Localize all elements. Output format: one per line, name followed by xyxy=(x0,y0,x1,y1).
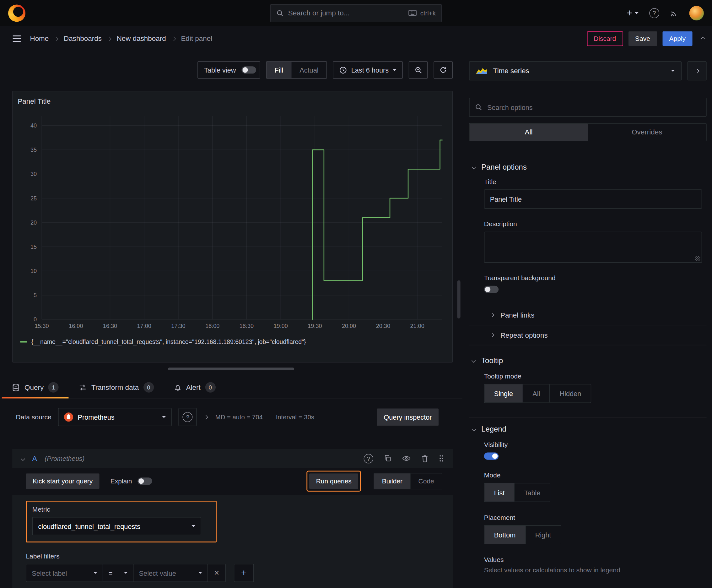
legend-placement-right[interactable]: Right xyxy=(525,525,561,544)
refresh-button[interactable] xyxy=(434,61,453,79)
svg-text:20: 20 xyxy=(30,219,37,226)
zoom-out-button[interactable] xyxy=(409,61,428,79)
breadcrumb-home[interactable]: Home xyxy=(30,35,49,43)
operator-dropdown[interactable]: = xyxy=(103,564,133,582)
table-view-control: Table view xyxy=(197,61,260,79)
chevron-right-icon[interactable] xyxy=(204,415,208,419)
tooltip-mode-segment: Single All Hidden xyxy=(484,384,591,403)
panel-links-section[interactable]: Panel links xyxy=(469,305,706,326)
tab-overrides[interactable]: Overrides xyxy=(588,123,706,141)
select-label-placeholder: Select label xyxy=(32,569,67,577)
chevron-down-icon xyxy=(393,69,396,71)
scrollbar-thumb[interactable] xyxy=(457,280,460,318)
menu-icon[interactable] xyxy=(13,36,21,42)
options-search-input[interactable]: Search options xyxy=(469,98,706,117)
tooltip-header[interactable]: Tooltip xyxy=(469,356,706,365)
fill-option[interactable]: Fill xyxy=(266,62,291,78)
alert-count-badge: 0 xyxy=(205,382,215,392)
kickstart-button[interactable]: Kick start your query xyxy=(26,473,100,488)
panel-chart[interactable]: 051015202530354015:3016:0016:3017:0017:3… xyxy=(17,111,449,332)
svg-text:40: 40 xyxy=(30,123,37,129)
tooltip-mode-all[interactable]: All xyxy=(522,384,549,403)
select-value-dropdown[interactable]: Select value xyxy=(133,564,208,582)
panel-title[interactable]: Panel Title xyxy=(18,97,50,106)
metric-value: cloudflared_tunnel_total_requests xyxy=(38,522,140,530)
query-inspector-button[interactable]: Query inspector xyxy=(377,408,439,426)
legend-placement-label: Placement xyxy=(484,514,702,521)
add-filter-button[interactable]: + xyxy=(234,564,254,582)
query-row-header[interactable]: A (Prometheus) ? xyxy=(12,449,453,468)
svg-text:19:30: 19:30 xyxy=(308,323,322,329)
chevron-down-icon[interactable] xyxy=(21,456,25,460)
builder-option[interactable]: Builder xyxy=(374,473,410,488)
breadcrumb-separator-icon xyxy=(54,37,58,41)
discard-button[interactable]: Discard xyxy=(587,31,623,46)
metric-label: Metric xyxy=(33,506,201,513)
breadcrumb-new-dashboard[interactable]: New dashboard xyxy=(117,35,166,43)
legend-series-label[interactable]: {__name__="cloudflared_tunnel_total_requ… xyxy=(31,339,306,345)
avatar[interactable] xyxy=(689,6,704,20)
drag-handle-icon[interactable] xyxy=(439,455,444,462)
tab-transform-label: Transform data xyxy=(91,383,139,391)
collapse-options-pane-button[interactable] xyxy=(688,61,707,80)
query-toolbar: Data source Prometheus ? MD = auto = 704… xyxy=(0,408,462,426)
duplicate-query-icon[interactable] xyxy=(384,455,391,462)
code-option[interactable]: Code xyxy=(410,473,442,488)
visualization-picker[interactable]: Time series xyxy=(469,61,682,80)
tab-query[interactable]: Query 1 xyxy=(2,377,69,398)
svg-text:19:00: 19:00 xyxy=(274,323,288,329)
tab-alert[interactable]: Alert 0 xyxy=(164,377,226,398)
search-bar[interactable]: Search or jump to... ctrl+k xyxy=(270,4,441,22)
remove-filter-button[interactable]: × xyxy=(208,564,226,582)
delete-query-icon[interactable] xyxy=(421,455,428,462)
legend-visibility-toggle[interactable] xyxy=(484,453,498,460)
hide-query-icon[interactable] xyxy=(403,455,411,461)
actual-option[interactable]: Actual xyxy=(291,62,326,78)
options-filter-tabs: All Overrides xyxy=(469,123,706,141)
save-button[interactable]: Save xyxy=(628,31,657,46)
explain-toggle[interactable] xyxy=(137,477,152,484)
legend-header[interactable]: Legend xyxy=(469,425,706,433)
apply-button[interactable]: Apply xyxy=(662,31,693,46)
query-help-icon[interactable]: ? xyxy=(364,454,373,463)
svg-text:15: 15 xyxy=(30,244,37,250)
datasource-picker[interactable]: Prometheus xyxy=(58,408,172,426)
legend-placement-bottom[interactable]: Bottom xyxy=(484,525,525,544)
tab-transform[interactable]: Transform data 0 xyxy=(69,377,164,398)
query-count-badge: 1 xyxy=(48,382,59,392)
datasource-help-button[interactable]: ? xyxy=(179,408,197,426)
help-icon[interactable]: ? xyxy=(649,8,659,18)
query-datasource-hint: (Prometheus) xyxy=(45,455,84,462)
grafana-logo-icon[interactable] xyxy=(8,4,25,22)
keyboard-icon xyxy=(408,10,416,16)
breadcrumb: Home Dashboards New dashboard Edit panel xyxy=(30,35,212,43)
select-label-dropdown[interactable]: Select label xyxy=(26,564,103,582)
news-icon[interactable] xyxy=(670,9,678,17)
table-view-toggle[interactable] xyxy=(241,66,256,74)
panel-resize-handle[interactable] xyxy=(168,368,294,370)
legend-mode-table[interactable]: Table xyxy=(514,483,550,502)
chevron-up-icon[interactable] xyxy=(701,37,706,41)
panel-title-input[interactable]: Panel Title xyxy=(484,189,702,209)
interval-text: Interval = 30s xyxy=(276,413,314,421)
description-textarea[interactable] xyxy=(484,232,702,262)
svg-text:21:00: 21:00 xyxy=(410,323,424,329)
repeat-options-section[interactable]: Repeat options xyxy=(469,326,706,345)
metric-select[interactable]: cloudflared_tunnel_total_requests xyxy=(33,517,201,535)
new-menu-button[interactable]: + xyxy=(627,8,638,18)
tooltip-mode-single[interactable]: Single xyxy=(484,384,522,403)
legend-mode-list[interactable]: List xyxy=(484,483,514,502)
time-range-picker[interactable]: Last 6 hours xyxy=(333,61,403,79)
datasource-label: Data source xyxy=(16,413,51,421)
panel-options-header[interactable]: Panel options xyxy=(469,163,706,171)
tooltip-mode-hidden[interactable]: Hidden xyxy=(550,384,591,403)
panel-preview: Panel Title 051015202530354015:3016:0016… xyxy=(12,91,453,362)
tab-all[interactable]: All xyxy=(470,123,588,141)
metric-highlight: Metric cloudflared_tunnel_total_requests xyxy=(26,501,216,543)
builder-code-segment: Builder Code xyxy=(374,473,442,489)
transparent-background-toggle[interactable] xyxy=(484,286,498,293)
run-queries-button[interactable]: Run queries xyxy=(309,473,358,488)
chevron-down-icon xyxy=(635,12,639,14)
breadcrumb-dashboards[interactable]: Dashboards xyxy=(64,35,102,43)
select-value-placeholder: Select value xyxy=(139,569,176,577)
